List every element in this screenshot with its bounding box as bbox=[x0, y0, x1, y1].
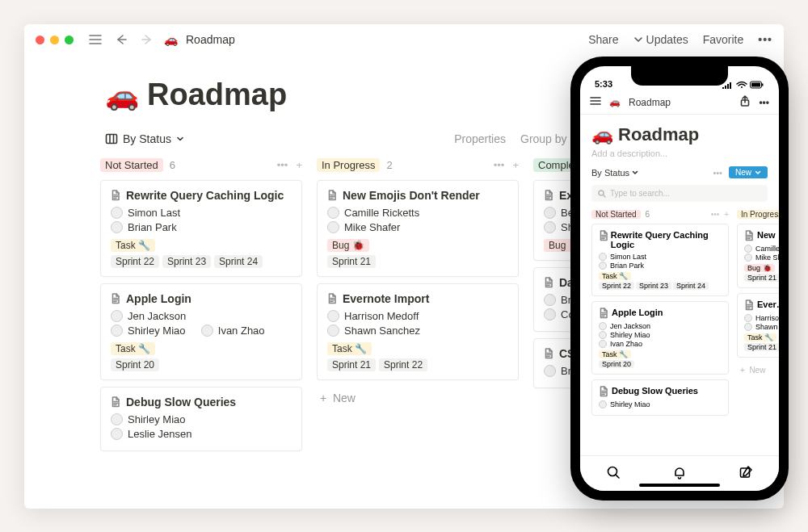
kanban-card[interactable]: Apple Login Jen Jackson Shirley Miao Iva… bbox=[100, 283, 302, 380]
minimize-window-button[interactable] bbox=[50, 36, 59, 44]
phone-frame: 5:33 🚗 Roadmap ••• 🚗 Roadmap Add a descr… bbox=[570, 57, 789, 501]
breadcrumb[interactable]: Roadmap bbox=[186, 33, 235, 46]
maximize-window-button[interactable] bbox=[65, 36, 74, 44]
card-assignee: Jen Jackson bbox=[599, 322, 722, 330]
phone-description-placeholder[interactable]: Add a description... bbox=[580, 149, 779, 166]
kanban-card[interactable]: Rewrite Query Caching Logic Simon LastBr… bbox=[591, 224, 729, 296]
phone-nav-search-icon[interactable] bbox=[606, 465, 621, 483]
card-title: Apple Login bbox=[111, 292, 292, 305]
column-count: 6 bbox=[646, 210, 650, 219]
new-card-button[interactable]: + New bbox=[317, 387, 519, 409]
view-picker[interactable]: By Status bbox=[105, 132, 184, 145]
card-sprint-tag: Sprint 21 bbox=[327, 358, 376, 371]
column-add-icon[interactable]: + bbox=[512, 159, 519, 171]
card-title: Rewrite Query Caching Logic bbox=[111, 189, 292, 202]
card-assignee: Brian Park bbox=[599, 262, 722, 270]
phone-home-indicator[interactable] bbox=[639, 484, 720, 487]
sidebar-toggle-icon[interactable] bbox=[86, 34, 104, 45]
titlebar: 🚗 Roadmap Share Updates Favorite ••• bbox=[24, 24, 784, 55]
card-assignee: Jen Jackson bbox=[111, 310, 292, 322]
kanban-card[interactable]: New Emojis Don't Render Camille Ricketts… bbox=[317, 180, 519, 277]
share-button[interactable]: Share bbox=[588, 33, 618, 46]
card-assignee: Shirley Miao Ivan Zhao bbox=[111, 325, 292, 337]
new-card-button[interactable]: + New bbox=[737, 362, 779, 378]
phone-header: 🚗 Roadmap ••• bbox=[580, 90, 779, 115]
favorite-button[interactable]: Favorite bbox=[703, 33, 744, 46]
phone-screen: 5:33 🚗 Roadmap ••• 🚗 Roadmap Add a descr… bbox=[580, 66, 779, 491]
card-sprint-tag: Sprint 22 bbox=[111, 255, 159, 268]
column-status-tag[interactable]: Not Started bbox=[100, 158, 163, 172]
card-assignee: Mike Sh… bbox=[744, 253, 779, 262]
card-title: New … bbox=[744, 230, 779, 241]
phone-breadcrumb-icon: 🚗 bbox=[609, 97, 621, 107]
phone-network-icons bbox=[722, 81, 764, 89]
card-type-tag: Bug 🐞 bbox=[327, 239, 369, 252]
phone-breadcrumb[interactable]: Roadmap bbox=[629, 97, 671, 108]
kanban-column: Not Started 6 •••+ Rewrite Query Caching… bbox=[100, 158, 302, 458]
card-assignee: Mike Shafer bbox=[327, 221, 508, 233]
card-title: Debug Slow Queries bbox=[111, 396, 292, 408]
kanban-card[interactable]: Debug Slow Queries Shirley MiaoLeslie Je… bbox=[100, 387, 302, 451]
column-status-tag[interactable]: In Progress bbox=[737, 210, 779, 219]
card-sprint-tag: Sprint 23 bbox=[162, 255, 211, 268]
properties-button[interactable]: Properties bbox=[454, 132, 506, 145]
kanban-column: In Progress •••+ New … Camille…Mike Sh… … bbox=[737, 210, 779, 421]
kanban-card[interactable]: Debug Slow Queries Shirley Miao bbox=[591, 379, 729, 416]
window-controls bbox=[36, 36, 74, 44]
phone-new-button[interactable]: New bbox=[729, 166, 768, 178]
card-assignee: Harrison Medoff bbox=[327, 310, 508, 322]
phone-nav-compose-icon[interactable] bbox=[739, 465, 753, 483]
breadcrumb-icon: 🚗 bbox=[164, 33, 178, 46]
column-header: Not Started 6 •••+ bbox=[591, 210, 729, 219]
svg-point-34 bbox=[741, 86, 743, 88]
page-icon[interactable]: 🚗 bbox=[105, 79, 139, 111]
phone-search-input[interactable]: Type to search... bbox=[591, 185, 768, 202]
column-header: In Progress •••+ bbox=[737, 210, 779, 219]
card-sprint-tag: Sprint 20 bbox=[111, 358, 159, 371]
card-assignee: Camille Ricketts bbox=[327, 207, 508, 219]
phone-view-picker[interactable]: By Status bbox=[591, 168, 638, 178]
more-menu-button[interactable]: ••• bbox=[758, 33, 772, 46]
card-title: Debug Slow Queries bbox=[599, 386, 722, 397]
card-sprint-tag: Sprint 22 bbox=[379, 358, 427, 371]
column-add-icon[interactable]: + bbox=[296, 159, 302, 171]
kanban-card[interactable]: Rewrite Query Caching Logic Simon LastBr… bbox=[100, 180, 302, 277]
phone-menu-icon[interactable] bbox=[590, 96, 601, 108]
card-type-tag: Task 🔧 bbox=[111, 239, 155, 252]
card-sprint-tag: Sprint 20 bbox=[599, 360, 634, 368]
phone-page-title: 🚗 Roadmap bbox=[580, 115, 779, 149]
phone-view-options[interactable]: ••• bbox=[713, 168, 722, 178]
card-type-tag: Task 🔧 bbox=[744, 333, 776, 341]
kanban-card[interactable]: Ever… Harriso…Shawn … Task 🔧Sprint 21 bbox=[737, 293, 779, 358]
svg-line-60 bbox=[616, 475, 619, 478]
column-options-icon[interactable]: ••• bbox=[494, 159, 505, 171]
column-options-icon[interactable]: ••• bbox=[711, 210, 720, 219]
column-options-icon[interactable]: ••• bbox=[277, 159, 288, 171]
card-assignee: Brian Park bbox=[111, 221, 292, 233]
svg-rect-5 bbox=[107, 134, 117, 143]
column-add-icon[interactable]: + bbox=[724, 210, 729, 219]
card-sprint-tag: Sprint 21 bbox=[744, 274, 779, 282]
card-type-tag: Task 🔧 bbox=[111, 342, 155, 355]
card-type-tag: Task 🔧 bbox=[327, 342, 372, 355]
nav-forward-button[interactable] bbox=[138, 34, 156, 45]
column-status-tag[interactable]: Not Started bbox=[591, 210, 641, 219]
column-status-tag[interactable]: In Progress bbox=[317, 158, 380, 172]
phone-nav-notifications-icon[interactable] bbox=[672, 465, 687, 483]
phone-share-icon[interactable] bbox=[739, 95, 751, 109]
nav-back-button[interactable] bbox=[112, 34, 130, 45]
card-sprint-tag: Sprint 22 bbox=[599, 282, 634, 290]
close-window-button[interactable] bbox=[36, 36, 44, 44]
card-type-tag: Task 🔧 bbox=[599, 350, 631, 358]
column-header: Not Started 6 •••+ bbox=[100, 158, 302, 172]
phone-more-icon[interactable]: ••• bbox=[759, 97, 769, 108]
svg-rect-37 bbox=[762, 84, 764, 86]
column-count: 6 bbox=[170, 159, 175, 171]
phone-kanban-board: Not Started 6 •••+ Rewrite Query Caching… bbox=[580, 210, 779, 421]
card-title: Apple Login bbox=[599, 308, 722, 319]
kanban-card[interactable]: Evernote Import Harrison MedoffShawn San… bbox=[317, 283, 519, 380]
kanban-card[interactable]: New … Camille…Mike Sh… Bug 🐞Sprint 21 bbox=[737, 224, 779, 288]
updates-button[interactable]: Updates bbox=[633, 33, 688, 46]
kanban-card[interactable]: Apple Login Jen JacksonShirley MiaoIvan … bbox=[591, 301, 729, 375]
phone-page-icon[interactable]: 🚗 bbox=[591, 124, 613, 145]
